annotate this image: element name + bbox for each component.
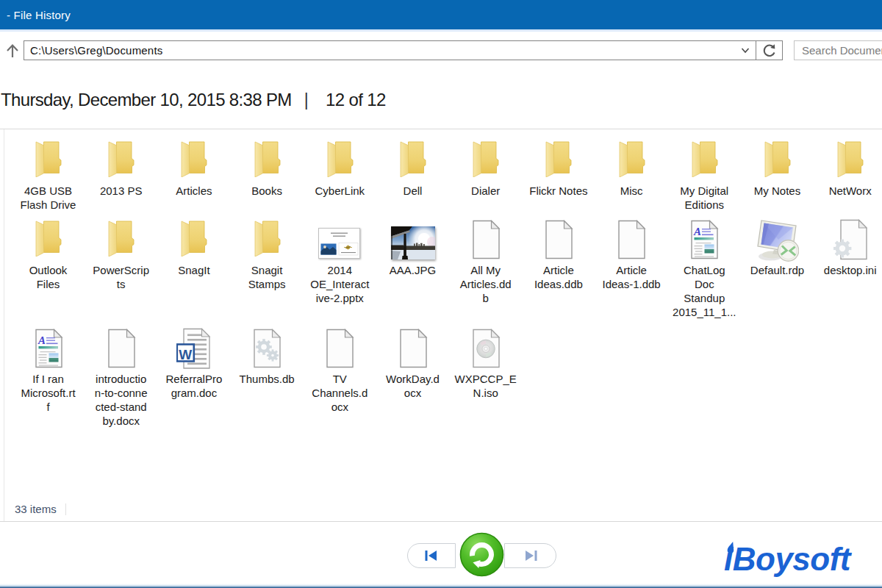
svg-text:A: A — [693, 226, 701, 237]
file-item[interactable]: 4GB USB Flash Drive — [12, 142, 85, 212]
file-item-label: WorkDay.d ocx — [376, 372, 450, 400]
file-item[interactable]: SnagIt — [157, 221, 231, 277]
file-item-label: 4GB USB Flash Drive — [12, 184, 85, 212]
file-item[interactable]: Default.rdp — [741, 221, 814, 277]
pptx-icon — [303, 221, 376, 263]
doc-icon — [376, 330, 450, 372]
next-version-button[interactable] — [504, 543, 556, 568]
folder-icon — [667, 142, 741, 184]
file-item-label: Thumbs.db — [230, 372, 304, 386]
gears-icon — [230, 330, 304, 372]
file-item[interactable]: 2014 OE_Interact ive-2.pptx — [303, 221, 376, 305]
file-item[interactable]: AAA.JPG — [376, 221, 450, 277]
file-item-label: Dell — [376, 184, 450, 198]
file-item-label: Books — [230, 184, 304, 198]
file-item-label: ChatLog Doc Standup 2015_11_1... — [667, 263, 741, 319]
file-item-label: SnagIt — [157, 263, 231, 277]
file-item-label: My Notes — [741, 184, 814, 198]
file-item-label: If I ran Microsoft.rt f — [12, 372, 85, 414]
folder-icon — [12, 221, 85, 263]
file-grid: 4GB USB Flash Drive 2013 PS — [0, 0, 882, 522]
file-item[interactable]: Books — [230, 142, 304, 198]
bottom-accent-strip — [0, 584, 882, 588]
file-item[interactable]: CyberLink — [303, 142, 376, 198]
file-item-label: Article Ideas.ddb — [522, 263, 595, 291]
file-item[interactable]: All My Articles.dd b — [449, 221, 523, 305]
restore-button[interactable] — [459, 532, 504, 577]
folder-icon — [85, 221, 158, 263]
file-item[interactable]: WXPCCP_E N.iso — [449, 330, 523, 400]
file-item[interactable]: Snagit Stamps — [230, 221, 304, 291]
file-item[interactable]: Thumbs.db — [230, 330, 304, 386]
file-item[interactable]: Dialer — [449, 142, 523, 198]
file-item[interactable]: NetWorx — [814, 142, 882, 198]
file-item-label: Articles — [157, 184, 231, 198]
file-item[interactable]: Outlook Files — [12, 221, 85, 291]
file-item-label: CyberLink — [303, 184, 376, 198]
doc-icon — [449, 221, 523, 263]
disc-icon — [449, 330, 523, 372]
file-item[interactable]: A If I ran Microsoft.rt f — [12, 330, 85, 414]
svg-text:A: A — [37, 334, 46, 346]
file-item[interactable]: TV Channels.d ocx — [303, 330, 376, 414]
file-item[interactable]: Misc — [595, 142, 668, 198]
folder-icon — [12, 142, 85, 184]
ini-icon — [814, 221, 882, 263]
previous-icon — [425, 551, 438, 561]
file-item[interactable]: WorkDay.d ocx — [376, 330, 450, 400]
file-item[interactable]: Flickr Notes — [522, 142, 595, 198]
file-item-label: AAA.JPG — [376, 263, 450, 277]
file-item[interactable]: My Notes — [741, 142, 814, 198]
file-item[interactable]: Dell — [376, 142, 450, 198]
file-history-window: - File History C:\Users\Greg\Documents S… — [0, 0, 882, 588]
word-icon: W — [157, 330, 231, 372]
file-item-label: All My Articles.dd b — [449, 263, 523, 305]
file-item-label: introductio n-to-conne cted-stand by.doc… — [85, 372, 158, 428]
rdp-icon — [741, 221, 814, 263]
file-item[interactable]: introductio n-to-conne cted-stand by.doc… — [85, 330, 158, 428]
folder-icon — [303, 142, 376, 184]
file-item[interactable]: A ChatLog Doc Standup 2015_11_1... — [667, 221, 741, 319]
restore-icon — [459, 532, 504, 577]
folder-icon — [230, 142, 304, 184]
doc-icon — [85, 330, 158, 372]
file-item[interactable]: 2013 PS — [85, 142, 158, 198]
folder-icon — [85, 142, 158, 184]
folder-icon — [814, 142, 882, 184]
previous-version-button[interactable] — [407, 543, 456, 568]
richtext-icon: A — [667, 221, 741, 263]
file-item[interactable]: Article Ideas-1.ddb — [595, 221, 668, 291]
file-item-label: TV Channels.d ocx — [303, 372, 376, 414]
file-item[interactable]: desktop.ini — [814, 221, 882, 277]
richtext-icon: A — [12, 330, 85, 372]
file-item-label: WXPCCP_E N.iso — [449, 372, 523, 400]
folder-icon — [741, 142, 814, 184]
file-item[interactable]: PowerScrip ts — [85, 221, 158, 291]
folder-icon — [449, 142, 523, 184]
folder-icon — [522, 142, 595, 184]
file-item-label: NetWorx — [814, 184, 882, 198]
file-item-label: PowerScrip ts — [85, 263, 158, 291]
doc-icon — [522, 221, 595, 263]
folder-icon — [157, 221, 231, 263]
file-item-label: Article Ideas-1.ddb — [595, 263, 668, 291]
file-item-label: ReferralPro gram.doc — [157, 372, 231, 400]
doc-icon — [303, 330, 376, 372]
file-item-label: Snagit Stamps — [230, 263, 304, 291]
file-item[interactable]: My Digital Editions — [667, 142, 741, 212]
svg-text:W: W — [179, 346, 192, 362]
status-divider — [65, 503, 66, 515]
file-item[interactable]: Articles — [157, 142, 231, 198]
folder-icon — [376, 142, 450, 184]
file-item-label: Outlook Files — [12, 263, 85, 291]
file-item-label: Dialer — [449, 184, 523, 198]
folder-icon — [230, 221, 304, 263]
file-item[interactable]: W ReferralPro gram.doc — [157, 330, 231, 400]
file-item-label: My Digital Editions — [667, 184, 741, 212]
file-item-label: Flickr Notes — [522, 184, 595, 198]
file-item-label: Default.rdp — [741, 263, 814, 277]
folder-icon — [157, 142, 231, 184]
file-item[interactable]: Article Ideas.ddb — [522, 221, 595, 291]
status-separator-line — [0, 521, 882, 522]
iboysoft-logo: iBoysoft — [724, 541, 850, 578]
